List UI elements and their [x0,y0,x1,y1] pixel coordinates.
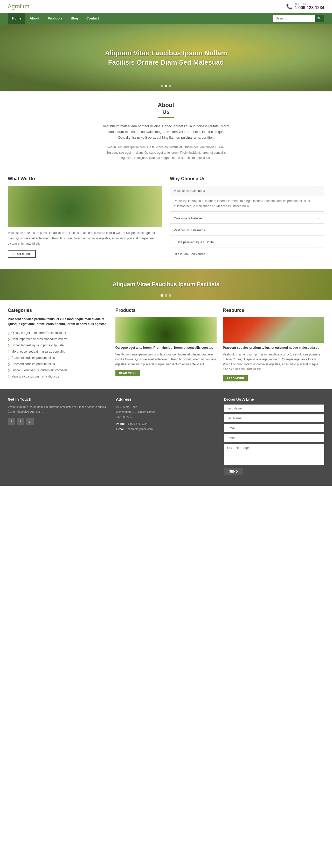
accordion-item-3: Vestibulum malesuada + [170,225,324,236]
phone-number[interactable]: 1-009-123-1234 [295,5,324,10]
search-input[interactable] [273,15,314,22]
about-paragraph-1: Vestibulum malesuada porttitor viverra. … [101,123,231,141]
about-section: About Us Vestibulum malesuada porttitor … [0,91,332,168]
two-col-section: What We Do Vestibulum ante ipsum primis … [0,168,332,269]
three-col-section: Categories Praesent sodales pretium tell… [0,300,332,389]
address-postal: ud-19832-6578. [116,415,216,420]
address-email-value: 1example@mail.com [126,427,153,431]
send-button[interactable]: SEND [224,468,243,475]
address-phone-value: +1 900 876 1234 [126,422,147,425]
product-read-more-button[interactable]: READ MORE [115,370,140,376]
why-choose-title: Why Choose Us [170,176,324,182]
read-more-button[interactable]: READ MORE [8,250,36,258]
footer-contact-form: Drops Us A Line SEND [224,397,324,475]
hero-text: Aliquam Vitae Faucibus Ipsum Nullam Faci… [101,48,231,67]
hero-dots [161,85,171,87]
chevron-right-icon: ❯ [8,332,10,334]
resource-text: Vestibulum ante ipsum primis in faucibus… [223,352,324,372]
address-text: 10-765 mg-Road, Washington, DC, United S… [116,405,216,432]
address-city: Washington, DC, United States. [116,409,216,415]
chevron-right-icon: ❯ [8,350,10,353]
navbar: Home About Products Blog Contact 🔍 [0,13,332,24]
phone-area: 📞 TOLL FREE : 1-009-123-1234 [286,3,324,10]
what-we-do-text: Vestibulum ante ipsum primis in faucibus… [8,230,162,246]
accordion-body-1: Phasellus in magna quis quam lobortis fe… [170,196,324,211]
banner-dot-3[interactable] [169,294,171,297]
list-item[interactable]: ❯Donec laoreet ligula in porta vulputate [8,342,109,348]
chevron-right-icon: ❯ [8,338,10,341]
last-name-field[interactable] [224,414,324,422]
footer-get-in-touch-title: Get In Touch [8,397,108,401]
logo-sub: firm [20,3,29,10]
address-street: 10-765 mg-Road, [116,405,216,410]
about-paragraph-2: Vestibulum ante ipsum primis in faucibus… [101,145,231,160]
accordion-label-5: Ut aliquam Solliicitudin [174,252,205,256]
nav-item-products[interactable]: Products [43,13,66,24]
accordion-plus-1: + [318,188,320,193]
twitter-icon[interactable]: t [17,418,24,425]
categories-title: Categories [8,308,109,313]
googleplus-icon[interactable]: g+ [27,418,34,425]
list-item[interactable]: ❯Nam gravida rutrum nisi a rhoncus [8,373,109,380]
phone-field[interactable] [224,434,324,442]
resource-title: Resource [223,308,324,313]
accordion-header-1[interactable]: Vestibulum malesuada + [170,186,324,196]
chevron-right-icon: ❯ [8,344,10,347]
resource-image [223,317,324,343]
accordion-item-2: Cras ornare tristiave + [170,213,324,223]
banner-dot-1[interactable] [161,294,163,297]
accordion-plus-3: + [318,228,320,232]
facebook-icon[interactable]: f [8,418,15,425]
list-item[interactable]: ❯Quisque eget ante lorem Proin tincidunt [8,330,109,336]
accordion-plus-5: + [318,252,320,256]
product-text: Vestibulum ante ipsum primis in faucibus… [115,352,217,367]
list-item[interactable]: ❯Morbi et consequat massa ac convallis [8,348,109,355]
hero-dot-2[interactable] [165,85,167,87]
chevron-right-icon: ❯ [8,369,10,372]
nav-item-about[interactable]: About [25,13,43,24]
product-title: Quisque eget ante lorem. Proin tincidu, … [115,345,217,350]
accordion-header-5[interactable]: Ut aliquam Solliicitudin + [170,249,324,259]
phone-icon: 📞 [286,3,293,10]
nav-item-blog[interactable]: Blog [66,13,82,24]
contact-form: SEND [224,405,324,475]
search-button[interactable]: 🔍 [314,15,324,22]
address-phone: Phone +1 900 876 1234 [116,422,216,427]
nav-item-contact[interactable]: Contact [82,13,103,24]
email-label: E-mail [116,427,125,431]
hero-dot-1[interactable] [161,85,163,87]
products-col: Products Quisque eget ante lorem. Proin … [115,308,217,381]
list-item[interactable]: ❯Praesent sodales pretium tellus [8,355,109,361]
hero-dot-3[interactable] [169,85,171,87]
list-item[interactable]: ❯Praesent sodales pretium tellus [8,361,109,367]
address-email: E-mail 1example@mail.com [116,427,216,432]
title-underline [158,117,174,118]
why-choose-col: Why Choose Us Vestibulum malesuada + Pha… [170,176,324,261]
hero-section: Aliquam Vitae Faucibus Ipsum Nullam Faci… [0,24,332,91]
list-item[interactable]: ❯Nam imperdiet ac eros bibendum viverra [8,336,109,342]
accordion-plus-4: + [318,240,320,245]
footer: Get In Touch Vestibulum ante ipsum primi… [0,389,332,486]
categories-col: Categories Praesent sodales pretium tell… [8,308,109,381]
chevron-right-icon: ❯ [8,363,10,366]
email-field[interactable] [224,424,324,432]
resource-read-more-button[interactable]: READ MORE [223,375,247,381]
accordion-item-4: Fusce pellellentsque suscrite + [170,237,324,247]
accordion-header-3[interactable]: Vestibulum malesuada + [170,225,324,235]
banner-dot-2[interactable] [165,294,167,297]
nav-item-home[interactable]: Home [8,13,25,24]
footer-address-title: Address [116,397,216,401]
category-list: ❯Quisque eget ante lorem Proin tincidunt… [8,330,109,380]
accordion-label-2: Cras ornare tristiave [174,217,202,220]
accordion-label-4: Fusce pellellentsque suscrite [174,241,214,244]
logo-main: Agro [8,3,20,10]
phone-label: Phone [116,422,125,425]
what-we-do-col: What We Do Vestibulum ante ipsum primis … [8,176,162,261]
list-item[interactable]: ❯Fusce ut erat varius, cursus elit conva… [8,367,109,373]
message-field[interactable] [224,444,324,465]
nav-items: Home About Products Blog Contact [8,13,273,24]
chevron-right-icon: ❯ [8,356,10,359]
accordion-header-4[interactable]: Fusce pellellentsque suscrite + [170,237,324,247]
accordion-header-2[interactable]: Cras ornare tristiave + [170,213,324,223]
first-name-field[interactable] [224,405,324,412]
